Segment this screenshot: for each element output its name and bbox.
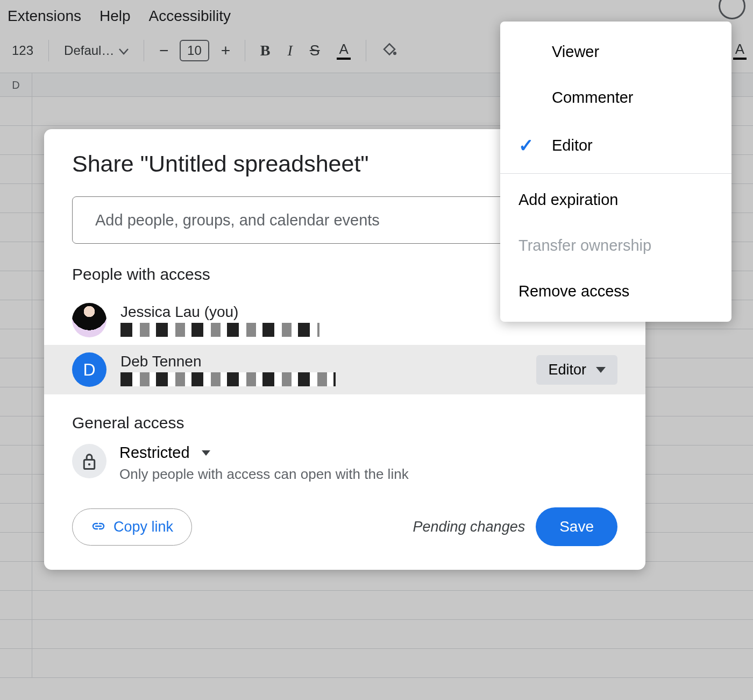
font-size-increase[interactable]: +: [216, 38, 235, 63]
strikethrough-button[interactable]: S: [304, 39, 325, 62]
copy-link-button[interactable]: Copy link: [72, 508, 192, 546]
font-family-label: Defaul…: [64, 43, 114, 58]
font-family-dropdown[interactable]: Defaul…: [59, 40, 134, 61]
dialog-footer: Copy link Pending changes Save: [44, 483, 645, 546]
number-format-button[interactable]: 123: [6, 40, 39, 61]
select-all-corner[interactable]: D: [0, 73, 32, 96]
italic-button[interactable]: I: [282, 39, 297, 62]
menu-help[interactable]: Help: [100, 8, 131, 25]
role-option-editor[interactable]: ✓ Editor: [500, 121, 731, 170]
general-access-dropdown[interactable]: Restricted: [119, 444, 409, 462]
person-email-redacted: [120, 323, 319, 337]
text-color-button[interactable]: A: [331, 38, 356, 63]
add-expiration-item[interactable]: Add expiration: [500, 177, 731, 223]
person-name: Deb Tennen: [120, 353, 522, 370]
pending-changes-text: Pending changes: [413, 519, 525, 535]
menu-divider: [500, 173, 731, 174]
general-access-description: Only people with access can open with th…: [119, 466, 409, 483]
general-access-label: Restricted: [119, 444, 190, 462]
chevron-down-icon: [119, 43, 129, 58]
role-label: Editor: [548, 362, 586, 378]
font-size-input[interactable]: 10: [180, 40, 209, 61]
text-color-button-2[interactable]: A: [733, 41, 747, 60]
chevron-down-icon: [202, 450, 210, 456]
remove-access-item[interactable]: Remove access: [500, 268, 731, 314]
toolbar-divider: [366, 40, 366, 61]
add-people-placeholder: Add people, groups, and calendar events: [95, 211, 380, 229]
paint-bucket-icon: [381, 43, 397, 59]
link-icon: [91, 519, 106, 535]
toolbar-divider: [245, 40, 245, 61]
svg-point-2: [88, 463, 90, 465]
role-option-label: Editor: [552, 137, 593, 154]
copy-link-label: Copy link: [113, 519, 173, 535]
person-row: D Deb Tennen Editor: [44, 345, 645, 394]
menu-accessibility[interactable]: Accessibility: [149, 8, 231, 25]
avatar: D: [72, 352, 106, 387]
general-access-heading: General access: [44, 414, 645, 432]
role-context-menu: Viewer Commenter ✓ Editor Add expiration…: [500, 22, 731, 322]
fill-color-button[interactable]: [376, 39, 403, 62]
toolbar-divider: [144, 40, 144, 61]
person-email-redacted: [120, 372, 336, 386]
role-option-viewer[interactable]: Viewer: [500, 29, 731, 75]
text-color-a-icon: A: [337, 41, 350, 60]
lock-icon: [72, 444, 106, 478]
svg-point-0: [393, 51, 396, 54]
role-dropdown-button[interactable]: Editor: [536, 355, 617, 385]
toolbar-divider: [48, 40, 49, 61]
menu-extensions[interactable]: Extensions: [8, 8, 81, 25]
role-option-commenter[interactable]: Commenter: [500, 75, 731, 121]
avatar: [72, 303, 106, 337]
transfer-ownership-item: Transfer ownership: [500, 223, 731, 268]
chevron-down-icon: [596, 367, 606, 373]
general-access-row: Restricted Only people with access can o…: [44, 444, 645, 483]
font-size-decrease[interactable]: −: [154, 38, 173, 63]
check-icon: ✓: [518, 135, 538, 156]
bold-button[interactable]: B: [255, 39, 276, 62]
save-button[interactable]: Save: [536, 507, 617, 546]
